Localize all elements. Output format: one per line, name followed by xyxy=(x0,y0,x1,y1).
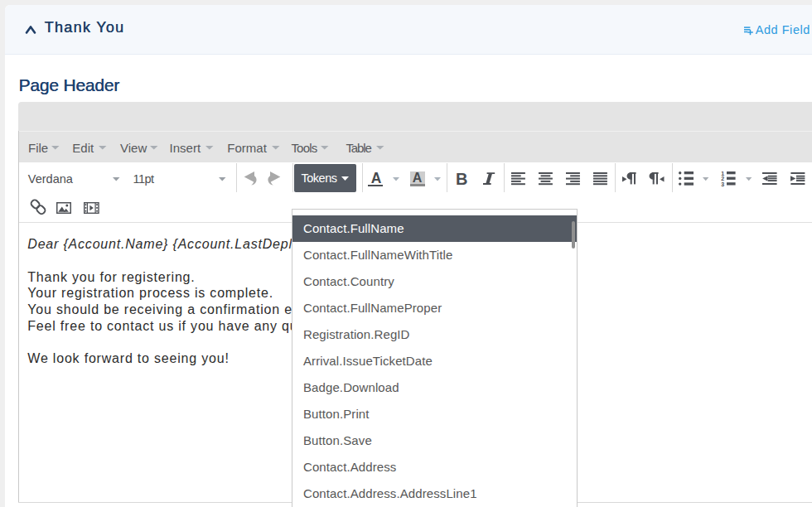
svg-text:3: 3 xyxy=(721,181,724,187)
